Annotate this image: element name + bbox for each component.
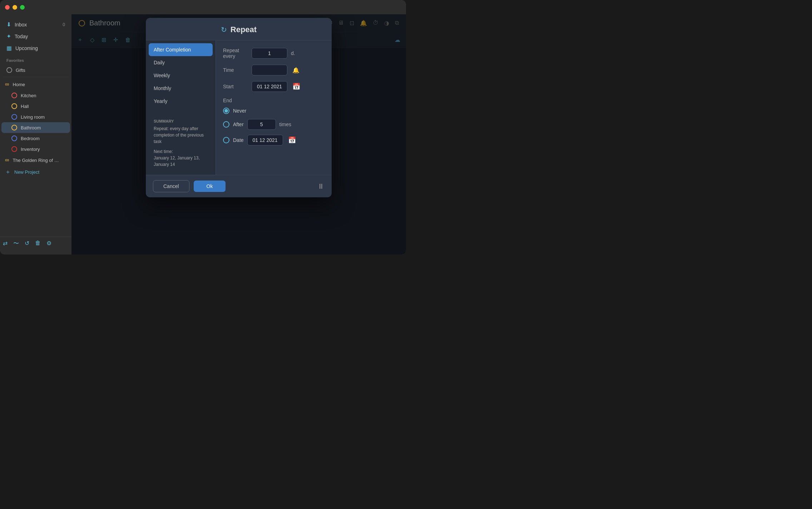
bell-small-icon: 🔔 — [292, 67, 299, 74]
maximize-button[interactable] — [20, 5, 25, 10]
bathroom-label: Bathroom — [21, 125, 41, 130]
start-input[interactable] — [252, 81, 287, 92]
menu-item-daily[interactable]: Daily — [149, 56, 213, 69]
kitchen-label: Kitchen — [21, 93, 36, 98]
times-label: times — [279, 122, 291, 127]
living-room-icon — [11, 114, 17, 120]
modal-header: ↻ Repeat — [146, 18, 332, 40]
never-radio[interactable] — [223, 108, 229, 114]
titlebar — [0, 0, 406, 14]
trash-icon[interactable]: 🗑 — [35, 240, 41, 247]
repeat-menu: After Completion Daily Weekly Monthly — [146, 40, 216, 175]
plus-icon: ＋ — [5, 168, 11, 176]
repeat-modal: ↻ Repeat After Completion Daily — [146, 18, 332, 197]
summary-label: Summary — [154, 119, 208, 123]
sidebar-item-gifts[interactable]: Gifts — [1, 65, 70, 75]
sidebar-item-bedroom[interactable]: Bedroom — [1, 133, 70, 144]
summary-section: Summary Repeat: every day after completi… — [149, 115, 213, 172]
time-row: Time 🔔 — [223, 65, 325, 75]
summary-text: Repeat: every day after completion of th… — [154, 125, 208, 145]
after-radio[interactable] — [223, 121, 229, 128]
new-project-button[interactable]: ＋ New Project — [0, 166, 71, 178]
settings-icon[interactable]: ⚙ — [46, 240, 51, 247]
kitchen-icon — [11, 93, 17, 98]
today-icon: ✦ — [6, 33, 11, 40]
sidebar-item-today[interactable]: ✦ Today — [3, 30, 69, 42]
menu-item-yearly[interactable]: Yearly — [149, 95, 213, 108]
app-body: ⬇ Inbox 0 ✦ Today ▦ Upcoming Favorites G… — [0, 14, 406, 254]
hall-label: Hall — [21, 104, 29, 109]
sidebar-item-bathroom[interactable]: Bathroom — [1, 122, 70, 133]
history-icon[interactable]: ↺ — [25, 240, 29, 247]
end-after-row: After times — [223, 119, 325, 130]
repeat-icon: ↻ — [221, 25, 227, 34]
modal-title: Repeat — [231, 25, 257, 34]
inbox-icon: ⬇ — [6, 21, 11, 28]
menu-item-monthly[interactable]: Monthly — [149, 82, 213, 95]
favorites-label: Favorites — [0, 54, 71, 65]
living-room-label: Living room — [21, 114, 45, 120]
inventory-label: Inventory — [21, 147, 40, 152]
today-label: Today — [15, 34, 28, 39]
repeat-unit: d. — [291, 50, 295, 56]
cancel-button[interactable]: Cancel — [153, 180, 189, 192]
sidebar-item-inbox[interactable]: ⬇ Inbox 0 — [3, 19, 69, 30]
end-date-input[interactable] — [247, 135, 283, 145]
sidebar-item-upcoming[interactable]: ▦ Upcoming — [3, 42, 69, 54]
gifts-label: Gifts — [16, 68, 25, 73]
sidebar-item-kitchen[interactable]: Kitchen — [1, 90, 70, 101]
time-input[interactable] — [252, 65, 287, 75]
repeat-every-row: Repeat every d. — [223, 48, 325, 59]
bedroom-label: Bedroom — [21, 136, 40, 141]
next-time-label: Next time: — [154, 148, 208, 155]
menu-item-weekly[interactable]: Weekly — [149, 69, 213, 82]
menu-item-after-completion[interactable]: After Completion — [149, 43, 213, 56]
ok-button[interactable]: Ok — [194, 181, 226, 192]
end-section: End Never After — [223, 98, 325, 145]
end-calendar-icon[interactable]: 📅 — [288, 136, 296, 144]
traffic-lights — [5, 5, 25, 10]
bathroom-icon — [11, 125, 17, 130]
golden-ring-label: The Golden Ring of Russ — [13, 158, 59, 163]
minimize-button[interactable] — [13, 5, 17, 10]
home-label: Home — [13, 82, 25, 87]
next-time-dates: January 12, January 13, January 14 — [154, 155, 208, 168]
sidebar-item-home[interactable]: ∞ Home — [0, 79, 71, 90]
shuffle-icon[interactable]: ⇄ — [3, 240, 8, 247]
sidebar-item-golden-ring[interactable]: ∞ The Golden Ring of Russ — [0, 154, 71, 166]
repeat-settings: Repeat every d. Time 🔔 — [216, 40, 332, 175]
date-radio[interactable] — [223, 137, 229, 143]
bedroom-icon — [11, 135, 17, 141]
date-label: Date — [233, 137, 244, 143]
sidebar-item-living-room[interactable]: Living room — [1, 112, 70, 122]
inbox-badge: 0 — [63, 22, 65, 27]
divider-1 — [3, 77, 69, 77]
upcoming-icon: ▦ — [6, 45, 12, 51]
start-label: Start — [223, 84, 248, 89]
sidebar-item-inventory[interactable]: Inventory — [1, 144, 70, 154]
end-label: End — [223, 98, 325, 103]
wifi-icon[interactable]: 〜 — [13, 240, 19, 247]
gifts-icon — [6, 67, 12, 73]
pause-icon[interactable]: ⏸ — [317, 182, 325, 191]
start-row: Start 📅 — [223, 81, 325, 92]
after-value-input[interactable] — [247, 119, 276, 130]
golden-ring-icon: ∞ — [5, 157, 9, 163]
inbox-label: Inbox — [15, 22, 27, 28]
calendar-icon[interactable]: 📅 — [292, 83, 300, 90]
sidebar-item-hall[interactable]: Hall — [1, 101, 70, 112]
sidebar: ⬇ Inbox 0 ✦ Today ▦ Upcoming Favorites G… — [0, 14, 71, 254]
main-content: Bathroom 🔍 🏷 🖥 ⊡ 🔔 ⏱ ◑ ⧉ ＋ ◇ ⊞ ✛ — [71, 14, 406, 254]
time-label: Time — [223, 67, 248, 73]
modal-body: After Completion Daily Weekly Monthly — [146, 40, 332, 175]
inventory-icon — [11, 146, 17, 152]
modal-footer: Cancel Ok ⏸ — [146, 175, 332, 197]
after-label: After — [233, 122, 244, 127]
close-button[interactable] — [5, 5, 10, 10]
upcoming-label: Upcoming — [15, 45, 38, 51]
app-window: ⬇ Inbox 0 ✦ Today ▦ Upcoming Favorites G… — [0, 0, 406, 254]
end-never-row: Never — [223, 108, 325, 114]
sidebar-footer: ⇄ 〜 ↺ 🗑 ⚙ — [0, 237, 71, 250]
end-date-row: Date 📅 — [223, 135, 325, 145]
repeat-every-input[interactable] — [252, 48, 287, 59]
